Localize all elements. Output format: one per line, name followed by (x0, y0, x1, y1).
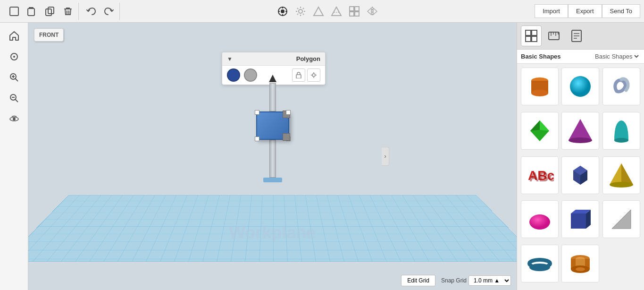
svg-rect-48 (532, 30, 537, 35)
shape-box[interactable] (561, 200, 599, 238)
shape-cone[interactable] (561, 112, 599, 150)
snap-grid-control: Snap Grid 1.0 mm ▲ 0.5 mm 2.0 mm (441, 275, 511, 286)
main-area: FRONT ▼ Polygon (0, 23, 644, 290)
svg-rect-26 (355, 12, 359, 16)
svg-rect-25 (350, 12, 354, 16)
shape-torus[interactable] (521, 245, 559, 282)
svg-point-68 (569, 137, 592, 143)
shape-ellipsoid[interactable] (521, 200, 559, 238)
svg-point-92 (576, 267, 585, 271)
shape-cylinder[interactable] (521, 68, 559, 105)
svg-rect-47 (526, 30, 531, 35)
edit-grid-button[interactable]: Edit Grid (401, 275, 435, 286)
tab-notes[interactable] (566, 26, 587, 46)
svg-line-17 (302, 13, 303, 14)
object-pole-top (269, 83, 276, 111)
svg-marker-20 (314, 7, 323, 16)
svg-rect-79 (571, 213, 586, 229)
shape-knot[interactable] (602, 68, 640, 105)
panel-collapse-right[interactable]: › (382, 147, 389, 166)
svg-point-31 (13, 56, 15, 58)
object-base (263, 178, 282, 182)
mirror-button[interactable] (364, 3, 381, 20)
view-controls (274, 3, 381, 20)
svg-rect-51 (549, 32, 559, 40)
svg-rect-2 (28, 9, 34, 16)
duplicate-button[interactable] (42, 3, 59, 20)
object-box[interactable] (256, 111, 289, 140)
history-tools (81, 3, 120, 20)
front-label: FRONT (34, 28, 64, 42)
svg-marker-76 (621, 163, 633, 185)
import-button[interactable]: Import (535, 4, 568, 18)
right-panel-tabs (517, 23, 644, 50)
delete-button[interactable] (59, 3, 76, 20)
svg-point-11 (299, 9, 302, 13)
home-button[interactable] (5, 26, 24, 45)
svg-point-5 (281, 9, 284, 13)
category-selector: Basic Shapes Basic Shapes Featured Lette… (517, 50, 644, 64)
handle-br (286, 136, 291, 141)
left-sidebar (0, 23, 28, 290)
svg-rect-49 (526, 36, 531, 42)
zoom-out-button[interactable] (5, 89, 24, 108)
snap-grid-label: Snap Grid (441, 277, 467, 284)
tab-ruler[interactable] (544, 26, 564, 46)
svg-line-16 (297, 8, 298, 9)
svg-marker-21 (332, 7, 341, 16)
bottom-controls: Edit Grid Snap Grid 1.0 mm ▲ 0.5 mm 2.0 … (401, 275, 511, 286)
zoom-in-button[interactable] (5, 68, 24, 87)
svg-line-19 (302, 8, 303, 9)
shapes-grid: ABc ABc (517, 64, 644, 290)
svg-point-63 (570, 76, 591, 97)
shape-paraboloid[interactable] (602, 112, 640, 150)
svg-rect-0 (10, 7, 18, 16)
svg-rect-50 (532, 36, 537, 42)
light-button[interactable] (292, 3, 309, 20)
svg-line-38 (15, 99, 18, 102)
svg-text:ABc: ABc (529, 170, 554, 184)
send-to-button[interactable]: Send To (602, 4, 640, 18)
shape-tube[interactable] (561, 245, 599, 282)
undo-button[interactable] (83, 3, 100, 20)
top-right-buttons: Import Export Send To (535, 4, 640, 18)
svg-point-69 (614, 138, 628, 143)
shape-outline-button[interactable] (310, 3, 327, 20)
shape-wedge[interactable] (602, 200, 640, 238)
export-button[interactable]: Export (568, 4, 602, 18)
grid-layout-button[interactable] (346, 3, 363, 20)
shape-cube[interactable] (561, 156, 599, 194)
category-select[interactable]: Basic Shapes Featured Letters Connectors… (593, 52, 640, 60)
svg-marker-65 (540, 120, 549, 131)
svg-point-77 (610, 182, 633, 188)
svg-rect-23 (350, 7, 354, 11)
shape-gem[interactable] (521, 112, 559, 150)
canvas-area[interactable]: FRONT ▼ Polygon (28, 23, 517, 290)
new-sketch-button[interactable] (6, 3, 23, 20)
shape-text3d[interactable]: ABc ABc (521, 156, 559, 194)
edit-tools (4, 3, 79, 20)
handle-bl (255, 136, 259, 141)
svg-marker-28 (368, 8, 371, 15)
svg-marker-66 (530, 120, 540, 131)
right-panel: Basic Shapes Basic Shapes Featured Lette… (517, 23, 644, 290)
object-arrow (269, 75, 276, 82)
orbit-button[interactable] (5, 110, 24, 128)
svg-point-39 (13, 118, 16, 120)
redo-button[interactable] (100, 3, 117, 20)
snap-grid-select[interactable]: 1.0 mm ▲ 0.5 mm 2.0 mm (468, 275, 511, 286)
shape-sphere[interactable] (561, 68, 599, 105)
category-label: Basic Shapes (521, 53, 593, 60)
camera-toggle-button[interactable] (274, 3, 291, 20)
object-pole-bottom (269, 140, 276, 178)
shape-solid-button[interactable] (328, 3, 345, 20)
3d-object (256, 75, 289, 182)
paste-button[interactable] (24, 3, 41, 20)
svg-line-18 (297, 13, 298, 14)
svg-marker-29 (373, 8, 377, 15)
shape-pyramid[interactable] (602, 156, 640, 194)
svg-point-62 (531, 90, 548, 96)
select-button[interactable] (5, 47, 24, 66)
tab-grid[interactable] (521, 26, 542, 46)
svg-marker-67 (569, 119, 592, 140)
